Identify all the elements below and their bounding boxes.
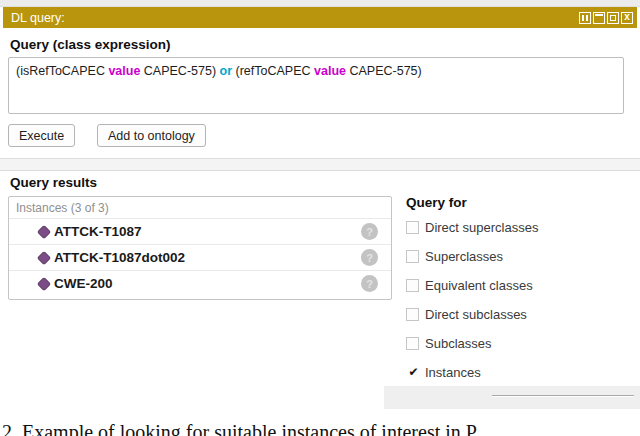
query-results-heading: Query results bbox=[10, 175, 97, 190]
result-row[interactable]: ATTCK-T1087 ? bbox=[9, 218, 391, 244]
window-controls: x bbox=[579, 12, 633, 24]
checkbox-label: Equivalent classes bbox=[425, 278, 533, 293]
individual-icon bbox=[37, 250, 51, 264]
individual-icon bbox=[37, 276, 51, 290]
explain-icon[interactable]: ? bbox=[361, 249, 378, 266]
figure-caption-area: 2. Example of looking for suitable insta… bbox=[0, 410, 640, 436]
checkbox-label: Instances bbox=[425, 365, 481, 380]
query-for-heading: Query for bbox=[406, 195, 467, 210]
result-label: CWE-200 bbox=[54, 276, 113, 291]
close-icon[interactable]: x bbox=[621, 12, 633, 24]
result-row[interactable]: ATTCK-T1087dot002 ? bbox=[9, 244, 391, 270]
checkbox-label: Superclasses bbox=[425, 249, 503, 264]
value-keyword: value bbox=[108, 64, 140, 78]
checkbox-direct-subclasses[interactable]: Direct subclasses bbox=[406, 307, 527, 322]
minimize-icon[interactable] bbox=[593, 12, 605, 24]
maximize-icon[interactable] bbox=[607, 12, 619, 24]
footer-divider bbox=[492, 395, 634, 397]
top-strip bbox=[0, 0, 640, 7]
checkbox-box[interactable] bbox=[406, 337, 419, 350]
window-title: DL query: bbox=[11, 11, 579, 25]
checkbox-box[interactable] bbox=[406, 279, 419, 292]
checkbox-box[interactable] bbox=[406, 308, 419, 321]
checkbox-equivalent-classes[interactable]: Equivalent classes bbox=[406, 278, 533, 293]
checkbox-subclasses[interactable]: Subclasses bbox=[406, 336, 491, 351]
figure-caption: 2. Example of looking for suitable insta… bbox=[2, 421, 477, 436]
add-to-ontology-button[interactable]: Add to ontology bbox=[97, 124, 206, 147]
checkbox-label: Direct superclasses bbox=[425, 220, 538, 235]
dl-query-window: DL query: x Query (class expression) (is… bbox=[0, 0, 640, 436]
checkbox-label: Subclasses bbox=[425, 336, 491, 351]
result-label: ATTCK-T1087dot002 bbox=[54, 250, 185, 265]
instances-count-label: Instances (3 of 3) bbox=[9, 197, 391, 218]
result-label: ATTCK-T1087 bbox=[54, 224, 142, 239]
panel-footer bbox=[384, 386, 640, 409]
checkbox-label: Direct subclasses bbox=[425, 307, 527, 322]
explain-icon[interactable]: ? bbox=[361, 275, 378, 292]
checkbox-box[interactable] bbox=[406, 221, 419, 234]
checkbox-box[interactable] bbox=[406, 250, 419, 263]
result-row[interactable]: CWE-200 ? bbox=[9, 270, 391, 296]
expr-text: (isRefToCAPEC value CAPEC-575) or (refTo… bbox=[16, 64, 422, 78]
checkbox-box[interactable]: ✔ bbox=[406, 366, 419, 379]
checkbox-superclasses[interactable]: Superclasses bbox=[406, 249, 503, 264]
class-expression-input[interactable]: (isRefToCAPEC value CAPEC-575) or (refTo… bbox=[8, 57, 624, 114]
dl-query-titlebar[interactable]: DL query: x bbox=[3, 7, 637, 28]
checkmark-icon: ✔ bbox=[407, 364, 420, 380]
section-divider bbox=[0, 158, 640, 171]
individual-icon bbox=[37, 224, 51, 238]
results-list: Instances (3 of 3) ATTCK-T1087 ? ATTCK-T… bbox=[8, 196, 392, 300]
query-section-heading: Query (class expression) bbox=[10, 37, 171, 52]
or-keyword: or bbox=[220, 64, 233, 78]
value-keyword: value bbox=[314, 64, 346, 78]
split-view-icon[interactable] bbox=[579, 12, 591, 24]
explain-icon[interactable]: ? bbox=[361, 223, 378, 240]
checkbox-instances[interactable]: ✔ Instances bbox=[406, 365, 481, 380]
execute-button[interactable]: Execute bbox=[8, 124, 75, 147]
checkbox-direct-superclasses[interactable]: Direct superclasses bbox=[406, 220, 538, 235]
